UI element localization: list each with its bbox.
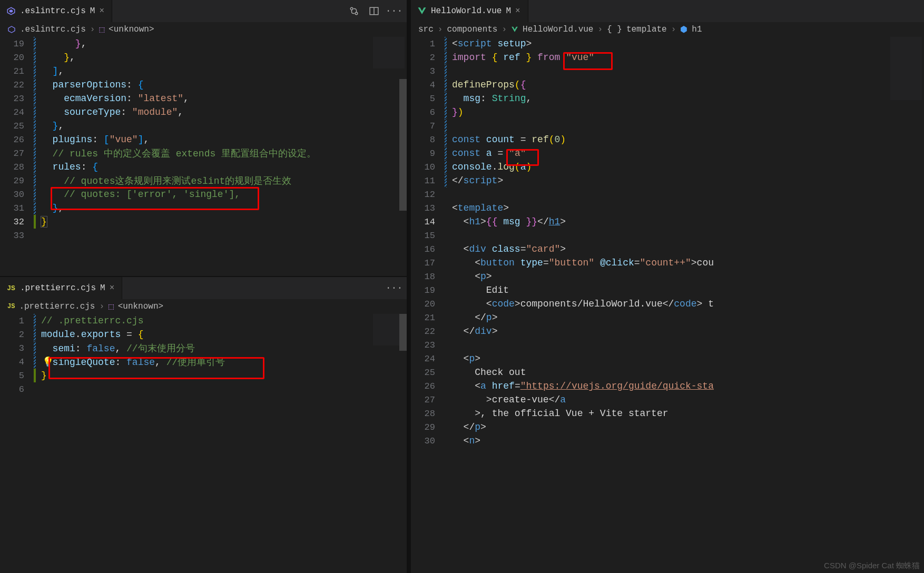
code-content[interactable]: msg: String, [452,93,532,104]
tab-helloworld[interactable]: HelloWorld.vue M × [411,0,528,22]
code-content[interactable]: <a href="https://vuejs.org/guide/quick-s… [452,381,714,391]
code-editor[interactable]: 💡 1// .prettierrc.cjs2module.exports = {… [0,314,407,573]
crumb-h1[interactable]: h1 [692,25,702,34]
code-content[interactable]: semi: false, //句末使用分号 [41,342,195,354]
code-line[interactable]: 19 Edit [411,283,924,297]
code-content[interactable]: <div class="card"> [452,244,566,254]
code-line[interactable]: 1<script setup> [411,37,924,51]
minimap[interactable] [373,37,405,68]
code-content[interactable]: }, [41,121,64,131]
code-line[interactable]: 21 ], [0,64,407,78]
code-content[interactable]: <template> [452,203,509,213]
code-line[interactable]: 12 [411,187,924,201]
more-actions-icon[interactable]: ··· [389,283,399,293]
code-line[interactable]: 29 // quotes这条规则用来测试eslint的规则是否生效 [0,174,407,187]
code-editor[interactable]: 19 },20 },21 ],22 parserOptions: {23 ecm… [0,37,407,277]
code-line[interactable]: 23 ecmaVersion: "latest", [0,92,407,105]
vertical-splitter[interactable] [407,0,411,573]
code-content[interactable]: rules: { [41,162,98,172]
code-line[interactable]: 20 <code>components/HelloWorld.vue</code… [411,297,924,311]
breadcrumb[interactable]: .eslintrc.cjs › ⬚ <unknown> [0,22,407,37]
code-line[interactable]: 24 sourceType: "module", [0,105,407,119]
code-content[interactable]: </div> [452,326,497,337]
code-content[interactable]: // quotes这条规则用来测试eslint的规则是否生效 [41,174,291,187]
crumb-file[interactable]: HelloWorld.vue [523,25,593,34]
code-line[interactable]: 5 msg: String, [411,92,924,105]
crumb-file[interactable]: .prettierrc.cjs [19,302,95,311]
code-line[interactable]: 1// .prettierrc.cjs [0,314,407,328]
code-line[interactable]: 10console.log(a) [411,160,924,174]
minimap[interactable] [890,37,922,100]
code-line[interactable]: 28 rules: { [0,160,407,174]
code-line[interactable]: 7 [411,119,924,133]
crumb-file[interactable]: .eslintrc.cjs [20,25,86,34]
git-compare-icon[interactable] [349,6,359,16]
breadcrumb[interactable]: JS .prettierrc.cjs › ⬚ <unknown> [0,299,407,314]
code-content[interactable]: <h1>{{ msg }}</h1> [452,216,566,227]
code-content[interactable]: <p> [452,353,480,364]
code-content[interactable]: </script> [452,175,503,186]
tab-prettierrc[interactable]: JS .prettierrc.cjs M × [0,277,122,299]
code-content[interactable]: <n> [452,436,480,446]
code-content[interactable]: module.exports = { [41,329,143,340]
code-content[interactable]: }) [452,107,464,117]
code-line[interactable]: 16 <div class="card"> [411,242,924,256]
crumb-template[interactable]: template [626,25,667,34]
code-content[interactable]: ], [41,66,64,76]
code-line[interactable]: 3 [411,64,924,78]
code-line[interactable]: 26 <a href="https://vuejs.org/guide/quic… [411,379,924,393]
code-editor[interactable]: 1<script setup>2import { ref } from "vue… [411,37,924,573]
code-line[interactable]: 21 </p> [411,311,924,324]
code-line[interactable]: 32} [0,215,407,229]
code-content[interactable]: parserOptions: { [41,80,143,90]
code-content[interactable]: // .prettierrc.cjs [41,315,143,326]
horizontal-splitter[interactable] [0,276,407,277]
code-line[interactable]: 24 <p> [411,352,924,365]
code-content[interactable]: sourceType: "module", [41,107,183,117]
more-actions-icon[interactable]: ··· [389,6,399,16]
code-line[interactable]: 28 >, the official Vue + Vite starter [411,407,924,420]
code-line[interactable]: 6}) [411,105,924,119]
code-line[interactable]: 3 semi: false, //句末使用分号 [0,341,407,355]
code-line[interactable]: 25 Check out [411,365,924,379]
code-line[interactable]: 25 }, [0,119,407,133]
code-content[interactable]: </p> [452,312,497,323]
close-icon[interactable]: × [515,6,520,16]
breadcrumb[interactable]: src › components › HelloWorld.vue › { } … [411,22,924,37]
close-icon[interactable]: × [99,6,104,16]
code-line[interactable]: 27 // rules 中的定义会覆盖 extends 里配置组合中的设定。 [0,146,407,160]
split-editor-icon[interactable] [369,6,379,16]
code-content[interactable]: Check out [452,367,526,378]
code-line[interactable]: 22 parserOptions: { [0,78,407,92]
crumb-components[interactable]: components [447,25,497,34]
code-content[interactable]: defineProps({ [452,80,526,90]
code-content[interactable]: }, [41,52,75,63]
code-content[interactable]: plugins: ["vue"], [41,134,149,145]
code-line[interactable]: 2module.exports = { [0,328,407,341]
code-line[interactable]: 18 <p> [411,270,924,283]
code-line[interactable]: 27 >create-vue</a [411,393,924,407]
crumb-symbol[interactable]: <unknown> [109,25,154,34]
code-line[interactable]: 9const a = "a" [411,146,924,160]
code-content[interactable]: Edit [452,285,509,295]
code-line[interactable]: 13<template> [411,201,924,215]
code-line[interactable]: 22 </div> [411,324,924,338]
code-line[interactable]: 14 <h1>{{ msg }}</h1> [411,215,924,229]
code-content[interactable]: }, [41,38,86,49]
code-line[interactable]: 26 plugins: ["vue"], [0,133,407,146]
code-content[interactable]: } [41,216,47,227]
tab-eslintrc[interactable]: .eslintrc.cjs M × [0,0,112,22]
code-line[interactable]: 15 [411,229,924,242]
code-line[interactable]: 33 [0,229,407,242]
code-content[interactable]: <script setup> [452,38,532,49]
code-line[interactable]: 23 [411,338,924,352]
code-content[interactable]: // rules 中的定义会覆盖 extends 里配置组合中的设定。 [41,147,316,160]
code-line[interactable]: 17 <button type="button" @click="count++… [411,256,924,270]
code-content[interactable]: <button type="button" @click="count++">c… [452,258,714,268]
crumb-symbol[interactable]: <unknown> [118,302,163,311]
close-icon[interactable]: × [110,283,115,293]
code-line[interactable]: 8const count = ref(0) [411,133,924,146]
code-content[interactable]: <code>components/HelloWorld.vue</code> t [452,299,714,309]
code-line[interactable]: 4defineProps({ [411,78,924,92]
code-line[interactable]: 19 }, [0,37,407,51]
